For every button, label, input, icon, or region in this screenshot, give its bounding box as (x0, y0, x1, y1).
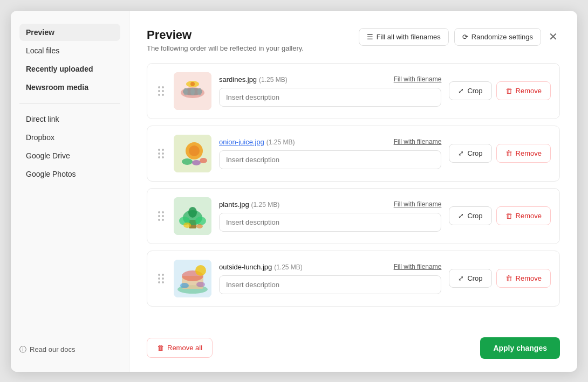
media-actions-lunch: ⤢ Crop 🗑 Remove (449, 269, 551, 288)
sidebar-divider (19, 103, 120, 104)
title-block: Preview The following order will be refl… (147, 28, 304, 52)
sidebar-item-preview[interactable]: Preview (19, 24, 120, 41)
media-actions-onion: ⤢ Crop 🗑 Remove (449, 144, 551, 163)
sidebar-item-dropbox[interactable]: Dropbox (19, 129, 120, 146)
read-docs-link[interactable]: ⓘ Read our docs (19, 345, 120, 355)
svg-point-11 (182, 158, 193, 165)
fill-all-icon: ☰ (367, 33, 373, 41)
trash-icon: 🗑 (505, 87, 512, 95)
remove-all-button[interactable]: 🗑 Remove all (147, 338, 213, 358)
page-title: Preview (147, 28, 304, 42)
media-actions-plants: ⤢ Crop 🗑 Remove (449, 206, 551, 225)
crop-icon: ⤢ (458, 87, 464, 95)
sidebar-item-local-files[interactable]: Local files (19, 42, 120, 59)
fill-all-button[interactable]: ☰ Fill all with filenames (359, 28, 449, 46)
sidebar-item-google-drive[interactable]: Google Drive (19, 147, 120, 164)
media-name-row: onion-juice.jpg (1.25 MB) Fill with file… (219, 137, 441, 146)
drag-handle[interactable] (156, 209, 166, 223)
randomize-button[interactable]: ⟳ Randomize settings (454, 28, 541, 46)
media-filename: plants.jpg (1.25 MB) (219, 200, 279, 209)
trash-icon: 🗑 (505, 212, 512, 220)
media-info-plants: plants.jpg (1.25 MB) Fill with filename (219, 200, 441, 232)
svg-point-10 (189, 145, 200, 156)
randomize-icon: ⟳ (462, 33, 468, 41)
media-item-onion-juice: onion-juice.jpg (1.25 MB) Fill with file… (147, 126, 560, 182)
close-button[interactable]: ✕ (546, 29, 560, 44)
media-thumbnail-sardines (174, 72, 211, 110)
svg-point-21 (196, 224, 203, 228)
svg-point-28 (196, 282, 205, 287)
description-input-sardines[interactable] (219, 88, 441, 107)
remove-button-onion[interactable]: 🗑 Remove (496, 144, 551, 163)
sidebar: Preview Local files Recently uploaded Ne… (11, 11, 129, 372)
fill-filename-button-onion[interactable]: Fill with filename (394, 138, 442, 145)
fill-filename-button-plants[interactable]: Fill with filename (394, 200, 442, 208)
svg-point-5 (197, 88, 202, 95)
remove-button-lunch[interactable]: 🗑 Remove (496, 269, 551, 288)
remove-button-plants[interactable]: 🗑 Remove (496, 206, 551, 225)
page-subtitle: The following order will be reflected in… (147, 44, 304, 52)
trash-icon: 🗑 (505, 149, 512, 157)
media-thumbnail-outside-lunch (174, 260, 211, 297)
description-input-lunch[interactable] (219, 275, 441, 294)
sidebar-item-newsroom-media[interactable]: Newsroom media (19, 79, 120, 96)
media-item-sardines: sardines.jpg (1.25 MB) Fill with filenam… (147, 63, 560, 119)
svg-point-12 (192, 160, 201, 165)
header-actions: ☰ Fill all with filenames ⟳ Randomize se… (359, 28, 560, 46)
svg-point-20 (183, 223, 191, 228)
main-header: Preview The following order will be refl… (147, 28, 560, 52)
trash-icon: 🗑 (505, 274, 512, 282)
svg-point-26 (195, 265, 206, 276)
modal: Preview Local files Recently uploaded Ne… (11, 11, 577, 372)
svg-point-4 (190, 88, 195, 95)
description-input-plants[interactable] (219, 213, 441, 232)
svg-point-13 (200, 158, 207, 163)
drag-handle[interactable] (156, 272, 166, 286)
main-content: Preview The following order will be refl… (129, 11, 577, 372)
media-name-row: plants.jpg (1.25 MB) Fill with filename (219, 200, 441, 209)
info-icon: ⓘ (19, 345, 26, 355)
drag-handle[interactable] (156, 147, 166, 161)
media-actions-sardines: ⤢ Crop 🗑 Remove (449, 81, 551, 100)
media-filename: sardines.jpg (1.25 MB) (219, 75, 288, 84)
media-filename: onion-juice.jpg (1.25 MB) (219, 137, 295, 146)
media-name-row: outside-lunch.jpg (1.25 MB) Fill with fi… (219, 262, 441, 271)
sidebar-item-google-photos[interactable]: Google Photos (19, 165, 120, 183)
trash-icon-all: 🗑 (157, 344, 164, 352)
description-input-onion[interactable] (219, 150, 441, 169)
sidebar-item-recently-uploaded[interactable]: Recently uploaded (19, 60, 120, 78)
apply-changes-button[interactable]: Apply changes (480, 337, 560, 359)
crop-icon: ⤢ (458, 212, 464, 220)
crop-button-plants[interactable]: ⤢ Crop (449, 206, 491, 225)
media-name-row: sardines.jpg (1.25 MB) Fill with filenam… (219, 75, 441, 84)
crop-button-sardines[interactable]: ⤢ Crop (449, 81, 491, 100)
media-info-onion-juice: onion-juice.jpg (1.25 MB) Fill with file… (219, 137, 441, 169)
svg-point-3 (183, 88, 188, 95)
svg-point-27 (180, 283, 189, 288)
media-item-outside-lunch: outside-lunch.jpg (1.25 MB) Fill with fi… (147, 251, 560, 307)
media-item-plants: plants.jpg (1.25 MB) Fill with filename … (147, 188, 560, 244)
fill-filename-button-lunch[interactable]: Fill with filename (394, 263, 442, 270)
media-thumbnail-onion-juice (174, 135, 211, 172)
media-list: sardines.jpg (1.25 MB) Fill with filenam… (147, 63, 560, 322)
sidebar-bottom: ⓘ Read our docs (11, 336, 129, 363)
media-filename: outside-lunch.jpg (1.25 MB) (219, 262, 303, 271)
drag-handle[interactable] (156, 84, 166, 98)
media-thumbnail-plants (174, 197, 211, 235)
media-info-outside-lunch: outside-lunch.jpg (1.25 MB) Fill with fi… (219, 262, 441, 294)
svg-point-19 (188, 207, 197, 218)
remove-button-sardines[interactable]: 🗑 Remove (496, 81, 551, 100)
crop-button-onion[interactable]: ⤢ Crop (449, 144, 491, 163)
crop-icon: ⤢ (458, 149, 464, 157)
footer: 🗑 Remove all Apply changes (147, 333, 560, 359)
crop-button-lunch[interactable]: ⤢ Crop (449, 269, 491, 288)
sidebar-item-direct-link[interactable]: Direct link (19, 110, 120, 128)
media-info-sardines: sardines.jpg (1.25 MB) Fill with filenam… (219, 75, 441, 107)
crop-icon: ⤢ (458, 274, 464, 282)
svg-point-18 (195, 217, 206, 225)
fill-filename-button-sardines[interactable]: Fill with filename (394, 75, 442, 83)
svg-point-7 (190, 82, 195, 86)
